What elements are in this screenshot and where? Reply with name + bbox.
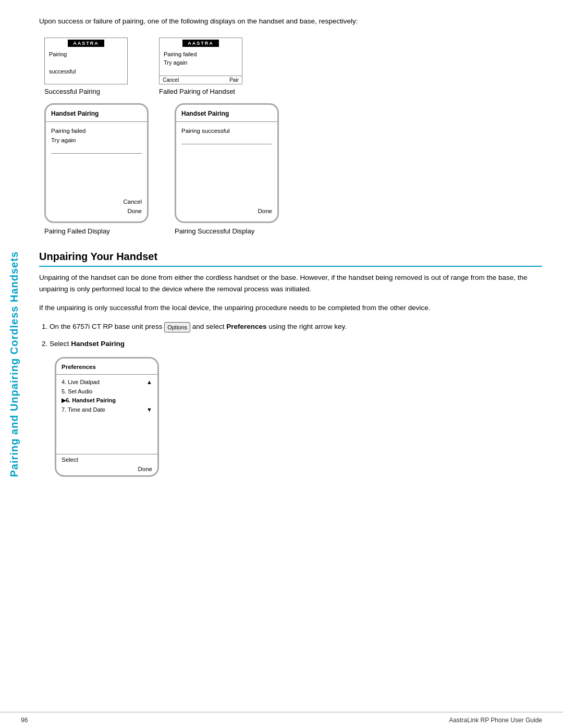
up-arrow: ▲ (146, 378, 152, 387)
large-screen-success-content: Pairing successful (176, 122, 277, 140)
done-button-label: Done (123, 206, 142, 216)
small-device-failed-label: Failed Pairing of Handset (159, 88, 235, 95)
large-screen-failed-buttons: Cancel Done (123, 197, 142, 216)
main-content: Upon success or failure of pairing, one … (39, 0, 542, 477)
large-device-failed-label: Pairing Failed Display (44, 227, 110, 235)
large-screen-failed-content: Pairing failed Try again (46, 122, 147, 150)
sidebar: Pairing and Unpairing Cordless Handsets (0, 0, 29, 728)
pref-item-4: 7. Time and Date (62, 405, 105, 415)
step-1-text-after: and select (192, 323, 226, 330)
step-1: On the 6757i CT RP base unit press Optio… (50, 321, 542, 332)
down-arrow: ▼ (146, 405, 152, 415)
large-devices-row: Handset Pairing Pairing failed Try again… (44, 103, 542, 235)
large-device-success: Handset Pairing Pairing successful Done … (175, 103, 279, 235)
done-button-label-success: Done (258, 206, 273, 216)
pair-label: Pair (229, 77, 239, 83)
large-device-failed: Handset Pairing Pairing failed Try again… (44, 103, 149, 235)
body-para-2: If the unpairing is only successful from… (39, 302, 542, 314)
large-screen-success-buttons: Done (258, 206, 273, 216)
large-screen-failed-heading: Handset Pairing (46, 105, 147, 122)
small-device-success: AASTRA Pairing successful Successful Pai… (44, 38, 128, 95)
sidebar-text: Pairing and Unpairing Cordless Handsets (8, 251, 20, 477)
pref-item-3: ▶6. Handset Pairing (62, 396, 152, 405)
step-1-text-end: using the right arrow key. (268, 323, 347, 330)
small-devices-row: AASTRA Pairing successful Successful Pai… (44, 38, 542, 95)
small-device-success-label: Successful Pairing (44, 88, 100, 95)
small-screen-failed: AASTRA Pairing failed Try again Cancel P… (159, 38, 242, 84)
options-button[interactable]: Options (164, 322, 190, 332)
step-2: Select Handset Pairing (50, 338, 542, 350)
large-screen-failed: Handset Pairing Pairing failed Try again… (44, 103, 149, 223)
intro-paragraph: Upon success or failure of pairing, one … (39, 16, 542, 27)
aastra-logo-failed: AASTRA (182, 40, 219, 47)
pref-screen-content: 4. Live Dialpad ▲ 5. Set Audio ▶6. Hands… (56, 375, 157, 417)
section-heading: Unpairing Your Handset (39, 251, 542, 267)
step-2-text: Select (50, 340, 69, 348)
pref-screen-heading: Preferences (56, 359, 157, 375)
large-device-success-label: Pairing Successful Display (175, 227, 254, 235)
cancel-label: Cancel (163, 77, 179, 83)
pref-item-1: 4. Live Dialpad (62, 378, 100, 387)
step-1-text-before: On the 6757i CT RP base unit press (50, 323, 162, 330)
page-number: 96 (21, 717, 28, 724)
small-screen-success-text: Pairing successful (45, 47, 127, 79)
pref-device-screen: Preferences 4. Live Dialpad ▲ 5. Set Aud… (55, 357, 159, 477)
step-2-bold: Handset Pairing (71, 340, 125, 348)
large-screen-success-divider (181, 144, 272, 144)
pref-item-2: 5. Set Audio (62, 387, 152, 397)
small-device-failed: AASTRA Pairing failed Try again Cancel P… (159, 38, 242, 95)
small-screen-failed-text: Pairing failed Try again (160, 47, 242, 70)
pref-select-label: Select (56, 454, 157, 465)
step-1-bold: Preferences (226, 323, 266, 330)
large-screen-failed-divider (51, 153, 142, 154)
aastra-logo-success: AASTRA (68, 40, 104, 47)
large-screen-success-heading: Handset Pairing (176, 105, 277, 122)
small-screen-failed-bottom: Cancel Pair (160, 76, 242, 84)
guide-title: AastraLink RP Phone User Guide (449, 717, 542, 724)
numbered-steps: On the 6757i CT RP base unit press Optio… (50, 321, 542, 350)
footer: 96 AastraLink RP Phone User Guide (0, 712, 563, 728)
pref-done-label: Done (56, 465, 157, 475)
body-para-1: Unpairing of the handset can be done fro… (39, 272, 542, 295)
cancel-button-label: Cancel (123, 197, 142, 206)
large-screen-success: Handset Pairing Pairing successful Done (175, 103, 279, 223)
pref-screen-bottom: Select Done (56, 454, 157, 475)
small-screen-success: AASTRA Pairing successful (44, 38, 128, 84)
